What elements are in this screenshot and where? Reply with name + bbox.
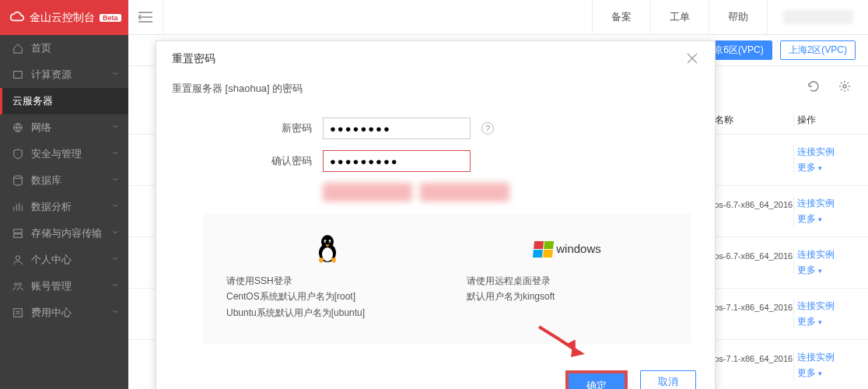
svg-point-15 [324,241,325,242]
svg-rect-0 [14,72,23,79]
sidebar-item-billing[interactable]: 费用中心 ﹀ [0,300,128,326]
sidebar-label: 首页 [31,41,51,55]
connect-instance-link[interactable]: 连接实例 [797,145,856,159]
compute-icon [12,69,23,80]
more-actions-link[interactable]: 更多 [797,366,856,380]
windows-line1: 请使用远程桌面登录 [467,273,668,289]
toggle-sidebar-button[interactable] [128,0,163,34]
svg-point-6 [15,283,18,286]
col-header-op: 操作 [793,114,856,127]
home-icon [12,43,23,54]
top-header: 金山云控制台 Beta 备案 工单 帮助 [0,0,868,35]
chevron-down-icon: ﹀ [113,202,118,212]
linux-line3: Ubuntu系统默认用户名为[ubuntu] [226,305,428,321]
user-menu[interactable] [767,0,868,35]
confirm-password-input[interactable] [323,150,471,172]
chevron-down-icon: ﹀ [113,149,118,159]
cell-operations: 连接实例更多 [793,299,856,328]
svg-point-7 [19,283,22,286]
modal-header: 重置密码 [156,41,715,77]
topnav-ticket[interactable]: 工单 [650,0,709,35]
sidebar-item-account[interactable]: 账号管理 ﹀ [0,273,128,300]
more-actions-link[interactable]: 更多 [797,314,856,329]
storage-icon [12,228,23,239]
more-actions-link[interactable]: 更多 [797,212,856,226]
chart-icon [12,202,23,212]
linux-logo [226,233,428,265]
label-confirm-password: 确认密码 [156,154,312,168]
more-actions-link[interactable]: 更多 [797,160,856,175]
close-icon [685,51,699,65]
sidebar-item-security[interactable]: 安全与管理 ﹀ [0,141,128,167]
sidebar-label: 数据分析 [31,200,72,214]
region-shanghai-button[interactable]: 上海2区(VPC) [780,40,856,60]
sidebar-item-storage[interactable]: 存储与内容传输 ﹀ [0,220,128,247]
more-actions-link[interactable]: 更多 [797,263,856,278]
topnav-beian[interactable]: 备案 [592,0,650,35]
sidebar-label: 网络 [31,121,51,135]
refresh-button[interactable] [803,75,824,97]
linux-line1: 请使用SSH登录 [226,273,428,289]
settings-button[interactable] [834,75,856,97]
form-row-confirm-password: 确认密码 [156,150,715,172]
connect-instance-link[interactable]: 连接实例 [797,196,856,211]
billing-icon [12,307,23,318]
connect-instance-link[interactable]: 连接实例 [797,299,856,314]
windows-line2: 默认用户名为kingsoft [467,289,668,304]
gear-icon [838,80,851,93]
sidebar-item-home[interactable]: 首页 [0,35,128,61]
chevron-down-icon: ﹀ [113,307,118,318]
windows-name: windows [556,239,601,259]
blurred-hint [323,183,509,202]
account-icon [12,281,23,292]
sidebar-item-profile[interactable]: 个人中心 ﹀ [0,247,128,273]
sidebar-label: 费用中心 [31,306,72,320]
spacer [163,0,592,34]
svg-point-16 [329,241,330,242]
cancel-button[interactable]: 取消 [640,370,696,389]
sidebar-label: 账号管理 [31,279,72,293]
svg-point-9 [843,85,846,88]
svg-rect-3 [14,230,23,233]
svg-point-2 [14,176,23,179]
connect-instance-link[interactable]: 连接实例 [797,350,856,365]
new-password-input[interactable] [323,117,471,139]
svg-point-5 [16,256,19,260]
chevron-down-icon: ﹀ [113,69,118,80]
tux-icon [314,234,341,264]
top-links: 备案 工单 帮助 [592,0,868,34]
windows-help: windows 请使用远程桌面登录 默认用户名为kingsoft [467,233,668,321]
sidebar-item-db[interactable]: 数据库 ﹀ [0,167,128,194]
cell-operations: 连接实例更多 [793,196,856,226]
svg-rect-8 [14,309,23,317]
sidebar-label: 云服务器 [12,94,53,108]
beta-badge: Beta [100,14,121,22]
modal-title: 重置密码 [172,52,215,66]
windows-flag-icon [533,241,554,258]
brand-logo[interactable]: 金山云控制台 Beta [0,0,128,35]
os-help-box: 请使用SSH登录 CentOS系统默认用户名为[root] Ubuntu系统默认… [203,214,691,344]
sidebar-item-compute[interactable]: 计算资源 ﹀ [0,61,128,88]
sidebar: 首页 计算资源 ﹀ 云服务器 网络 ﹀ 安全与管理 ﹀ 数据库 ﹀ 数据分析 ﹀… [0,35,128,389]
chevron-down-icon: ﹀ [113,254,118,265]
brand-title: 金山云控制台 [30,11,95,25]
sidebar-item-analytics[interactable]: 数据分析 ﹀ [0,194,128,220]
sidebar-item-network[interactable]: 网络 ﹀ [0,114,128,141]
sidebar-label: 安全与管理 [31,147,82,161]
modal-footer: 确定 取消 [156,359,715,389]
cell-operations: 连接实例更多 [793,145,856,174]
user-name-blurred [783,10,853,24]
connect-instance-link[interactable]: 连接实例 [797,247,856,262]
modal-subtitle: 重置服务器 [shaohua] 的密码 [156,77,715,107]
sidebar-label: 个人中心 [31,253,72,267]
confirm-button[interactable]: 确定 [565,370,628,389]
hamburger-icon [138,12,152,23]
help-icon[interactable]: ? [481,122,494,135]
sidebar-label: 数据库 [31,173,61,187]
modal-close-button[interactable] [685,51,699,68]
cell-operations: 连接实例更多 [793,350,856,380]
sidebar-item-ecs[interactable]: 云服务器 [0,88,128,114]
sidebar-label: 存储与内容传输 [31,226,102,240]
topnav-help[interactable]: 帮助 [709,0,767,35]
cell-operations: 连接实例更多 [793,247,856,277]
